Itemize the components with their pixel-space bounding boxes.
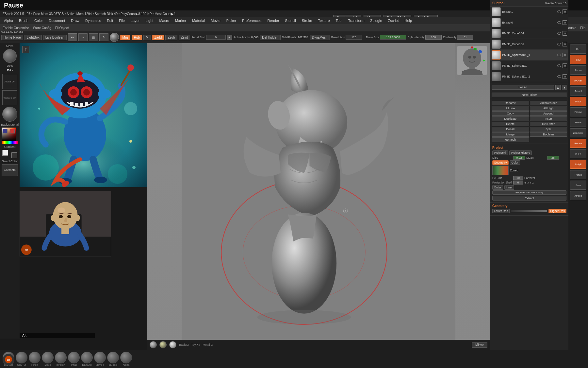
floor-btn[interactable]: Floor [570, 97, 586, 106]
sphere3d1-eye[interactable] [557, 64, 561, 67]
alternate-btn[interactable]: Alternate [2, 164, 18, 176]
extract-btn[interactable]: Extract [492, 196, 566, 201]
menu-color[interactable]: Color [32, 18, 45, 23]
cube3d2-eye[interactable] [557, 43, 561, 45]
menu-brush[interactable]: Brush [16, 18, 31, 23]
actual-btn[interactable]: Actual [570, 86, 586, 96]
damstd-icon[interactable] [81, 352, 93, 363]
reproject-btn[interactable]: Reproject Higher Subdy [492, 190, 566, 195]
viewport-display[interactable] [147, 43, 490, 350]
mean-value[interactable]: 25 [547, 156, 559, 160]
copy-btn[interactable]: Copy [492, 111, 529, 116]
project-history-btn[interactable]: Project History [509, 150, 532, 155]
focal-shift-value[interactable]: 0 [206, 35, 226, 40]
subtool-sphere3d1-2[interactable]: PM3D_Sphere3D1_2 ⚙ [490, 71, 568, 82]
menu-help[interactable]: Help [402, 18, 415, 23]
remesh-btn[interactable]: Remesh [492, 137, 529, 142]
rotate-right-btn[interactable]: Rotate [570, 139, 586, 148]
brush-name-btn[interactable]: Mrg [120, 35, 130, 40]
rotate-btn[interactable]: ↻ [99, 33, 108, 41]
boolean-btn[interactable]: Boolean [530, 132, 567, 137]
brush-sphere[interactable] [3, 49, 17, 63]
menu-edit[interactable]: Edit [104, 18, 116, 23]
extract0-eye[interactable] [557, 21, 561, 24]
z-intensity-value[interactable]: 51 [457, 35, 473, 40]
inflat-icon[interactable] [68, 352, 80, 363]
dynamic-btn[interactable]: ⊕ [227, 35, 232, 40]
new-folder-btn[interactable]: New Folder [492, 93, 567, 97]
alpha-off-btn[interactable]: Alpha Off [2, 74, 17, 89]
sphere3d1-1-eye[interactable] [557, 54, 561, 56]
menu-stencil[interactable]: Stencil [283, 18, 299, 23]
menu-draw[interactable]: Draw [68, 18, 82, 23]
reference-tool-indicator[interactable]: T [22, 46, 29, 53]
color-tab[interactable]: Color [510, 160, 520, 165]
solo-btn[interactable]: Solo [570, 181, 586, 190]
claytuf-icon[interactable] [16, 352, 27, 363]
menu-marker[interactable]: Marker [172, 18, 189, 23]
zoom-btn[interactable]: Zoom [570, 65, 586, 75]
zsub-btn[interactable]: Zsub [165, 35, 177, 40]
merge-btn[interactable]: Merge [492, 132, 529, 137]
pa-blur-value[interactable]: 10 [513, 176, 523, 180]
menu-zplugin[interactable]: Zplugin [368, 18, 384, 23]
menu-picker[interactable]: Picker [224, 18, 239, 23]
inner-btn[interactable]: Inner [504, 185, 514, 190]
alpha-icon[interactable] [120, 352, 132, 363]
sphere3d1-settings[interactable]: ⚙ [563, 63, 567, 68]
menu-layer[interactable]: Layer [128, 18, 142, 23]
dyna-mesh-btn[interactable]: DynaMesh [310, 35, 330, 40]
menu-alpha[interactable]: Alpha [1, 18, 16, 23]
polyf-btn[interactable]: PolyF [570, 160, 586, 169]
cube3d1-eye[interactable] [557, 32, 561, 35]
scale-btn[interactable]: ⊡ [89, 33, 98, 41]
metalc-sphere[interactable] [169, 341, 176, 348]
subtool-extract0[interactable]: Extract0 ⚙ [490, 17, 568, 28]
projection-shell-value[interactable]: 0 [513, 181, 523, 184]
all-low-btn[interactable]: All Low [492, 106, 529, 111]
outer-btn[interactable]: Outer [492, 185, 503, 190]
store-config[interactable]: Store Config [33, 26, 51, 30]
xpose-btn[interactable]: XPose [570, 191, 586, 200]
menu-macro[interactable]: Macro [156, 18, 172, 23]
menu-texture[interactable]: Texture [315, 18, 332, 23]
cube3d1-settings[interactable]: ⚙ [563, 31, 567, 36]
color-picker-area[interactable] [2, 128, 18, 144]
subtool-extract1[interactable]: Extract1 ⚙ [490, 7, 568, 17]
basicm-sphere[interactable] [150, 341, 157, 348]
res-slider[interactable] [511, 210, 547, 212]
frame-btn[interactable]: Frame [570, 107, 586, 116]
zsint-btn[interactable]: Zsint [179, 35, 190, 40]
move-icon[interactable] [42, 352, 54, 363]
project-all-btn[interactable]: ProjectAll [492, 150, 508, 155]
zadd-btn[interactable]: Zadd [152, 35, 164, 40]
menu-zscript[interactable]: Zscript [385, 18, 401, 23]
menu-light[interactable]: Light [143, 18, 156, 23]
zmodel-icon[interactable] [107, 352, 119, 363]
disc-value[interactable]: 0.02 [513, 156, 525, 160]
transp-btn[interactable]: Transp [570, 170, 586, 179]
menu-document[interactable]: Document [46, 18, 68, 23]
geometry-tab[interactable]: Geometry [492, 160, 509, 165]
rgb-btn[interactable]: Rgb [132, 35, 142, 40]
lower-res-btn[interactable]: Lower Res [492, 209, 510, 213]
move-right-btn[interactable]: Move [570, 118, 586, 127]
subtool-sphere3d1[interactable]: PM3D_Sphere3D1 ⚙ [490, 61, 568, 71]
cube3d2-settings[interactable]: ⚙ [563, 42, 567, 46]
sphere3d1-2-eye[interactable] [557, 75, 561, 78]
pinch-icon[interactable] [29, 352, 41, 363]
bru-btn[interactable]: Bru [570, 44, 586, 54]
del-other-btn[interactable]: Del Other [530, 122, 567, 126]
all-high-btn[interactable]: All High [530, 106, 567, 111]
up-arrow-btn[interactable]: ▲ [555, 85, 561, 90]
menu-render[interactable]: Render [265, 18, 282, 23]
list-all-btn[interactable]: List All [492, 85, 554, 90]
material-sphere-toolbar[interactable] [110, 33, 119, 42]
duplicate-btn[interactable]: Duplicate [492, 116, 529, 121]
subtool-sphere3d1-1[interactable]: PM3D_Sphere3D1_1 ⚙ [490, 50, 568, 61]
menu-movie[interactable]: Movie [208, 18, 223, 23]
material-sphere-left[interactable] [2, 107, 17, 122]
delete-btn[interactable]: Delete [492, 122, 529, 126]
down-arrow-btn[interactable]: ▼ [562, 85, 567, 90]
move-draw-btn[interactable]: ↔ [78, 33, 88, 41]
